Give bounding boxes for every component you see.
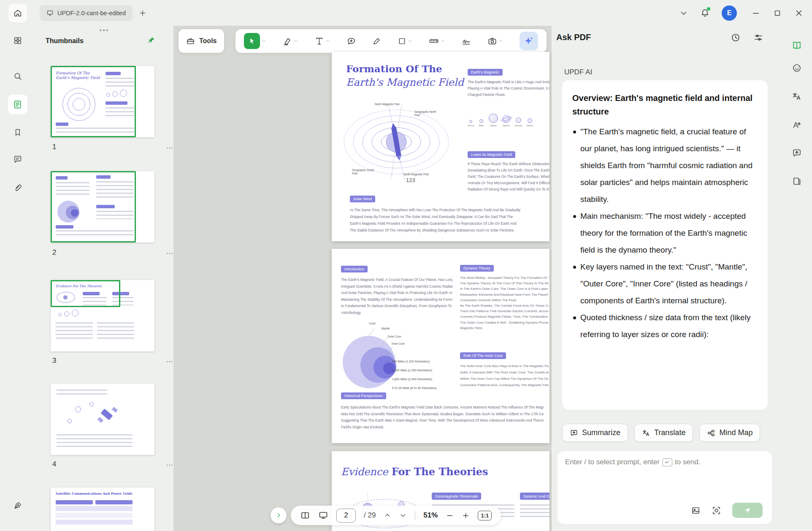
text-line: Devastating Blow To Life On Earth. Once … <box>468 167 549 174</box>
chevron-down-icon[interactable] <box>679 8 688 18</box>
thumbnail-page-5[interactable]: Satellite Communications And Power Grids <box>51 487 154 531</box>
thumbnail-menu-button[interactable]: … <box>166 142 173 150</box>
layer-measurements: 900 Miles (1,200 Kilometers) 1,400 Miles… <box>392 357 437 392</box>
section-badge: Introduction <box>341 266 368 272</box>
thumbnail-menu-button[interactable]: … <box>166 459 173 468</box>
chevron-down-icon[interactable] <box>399 512 407 519</box>
close-icon[interactable] <box>794 8 804 18</box>
capture-tool-button[interactable] <box>487 36 503 46</box>
tools-button[interactable]: Tools <box>179 29 224 53</box>
thumbnail-page-3[interactable]: Evidence For The Theories <box>51 280 154 351</box>
ai-sparkle-icon <box>523 35 534 46</box>
mind-map-button[interactable]: Mind Map <box>699 424 760 442</box>
page-count-label: / 29 <box>364 511 376 520</box>
avatar[interactable]: E <box>722 5 737 21</box>
insert-image-icon[interactable] <box>691 506 701 515</box>
thumbnail-page-1[interactable]: Formation Of TheEarth's Magnetic Field <box>51 66 154 137</box>
paragraph: The Most Widely - Accepted Theory For Th… <box>460 275 549 331</box>
sidebar-item-comments[interactable] <box>13 155 22 164</box>
sidebar-item-sign[interactable] <box>13 501 22 510</box>
chat-history-button[interactable] <box>731 33 741 43</box>
thumbnail-menu-button[interactable]: … <box>166 356 173 364</box>
home-button[interactable] <box>8 4 27 22</box>
panel-drag-handle[interactable]: ••• <box>100 27 109 34</box>
minimize-icon[interactable] <box>751 8 761 18</box>
section-badge: Dynamo Theory <box>460 265 494 272</box>
paragraph: Early Speculations About The Earth's Mag… <box>341 404 544 430</box>
pdf-page-1[interactable]: Formation Of The Earth's Magnetic Field <box>332 52 549 241</box>
ai-writing-button[interactable] <box>792 120 802 130</box>
send-button[interactable] <box>732 503 763 518</box>
ai-assistant-button[interactable] <box>520 32 538 50</box>
ai-chat-button[interactable] <box>792 148 802 158</box>
zoom-out-icon[interactable] <box>446 512 454 520</box>
thumbnail-page-number: 3 <box>52 357 56 365</box>
magnetic-field-diagram: North Magnetic Pole Geographic North Pol… <box>339 102 453 182</box>
home-icon <box>13 8 22 18</box>
text-line: The Solid Inner Core Also Plays A Role I… <box>460 363 549 369</box>
sidebar-item-attachments[interactable] <box>13 183 22 192</box>
text-icon <box>314 36 324 46</box>
pin-panel-button[interactable] <box>147 36 155 44</box>
notifications-button[interactable] <box>700 8 710 18</box>
document-tab[interactable]: UPDF-2.0-cant-be-edited <box>40 5 133 21</box>
measure-tool-button[interactable] <box>429 36 445 46</box>
presentation-icon[interactable] <box>318 510 328 520</box>
reader-panel-button[interactable] <box>791 40 802 51</box>
page-number-input[interactable]: 2 <box>336 509 356 523</box>
apps-grid-icon[interactable] <box>13 36 22 45</box>
page-thumbnails-icon <box>13 100 22 109</box>
expand-bar-button[interactable] <box>271 507 287 523</box>
actual-size-button[interactable]: 1:1 <box>478 511 492 520</box>
feedback-button[interactable] <box>792 63 802 73</box>
section-badge: Role Of The Inner Core <box>460 352 506 359</box>
library-button[interactable] <box>792 176 802 186</box>
plus-icon <box>138 9 147 17</box>
summarize-button[interactable]: Summarize <box>562 424 628 442</box>
ruler-icon <box>429 36 439 46</box>
ai-settings-button[interactable] <box>753 33 763 43</box>
maximize-icon[interactable] <box>773 9 782 17</box>
bookmark-icon <box>13 128 22 137</box>
layer-label: Outer Core <box>387 335 401 338</box>
pdf-canvas-area[interactable]: Tools <box>173 26 552 531</box>
thumbnail-page-4[interactable] <box>51 384 154 455</box>
thumbnail-page-2[interactable] <box>51 171 154 242</box>
zoom-in-icon[interactable] <box>462 512 470 520</box>
chevron-up-icon[interactable] <box>384 512 391 519</box>
pdf-page-2[interactable]: Introduction The Earth's Magnetic Field,… <box>332 249 549 443</box>
ask-pdf-title: Ask PDF <box>556 33 591 42</box>
page-number-value: 2 <box>344 511 348 520</box>
new-tab-button[interactable] <box>138 9 147 17</box>
highlight-tool-button[interactable] <box>282 36 298 46</box>
ai-response-bullets: "The Earth's magnetic field, a crucial f… <box>572 123 758 343</box>
text-line: Earth's Magnetic Field Provides An Indis… <box>350 220 549 227</box>
translate-panel-button[interactable] <box>792 91 802 101</box>
text-line: Maintaining The Stability Of The Atmosph… <box>341 297 452 303</box>
comment-bubble-icon <box>346 36 356 46</box>
two-page-view-icon[interactable] <box>300 510 310 520</box>
screenshot-icon[interactable] <box>712 506 721 515</box>
diagram-label: South Magnetic Pole <box>403 173 429 176</box>
chevron-right-icon <box>275 512 282 519</box>
diagram-label: North Magnetic Pole <box>375 103 400 106</box>
prompt-input[interactable]: Enter / to select prompt, enter ↵ to sen… <box>558 451 772 524</box>
text-line: The Dynamo Theory. At The Core Of This T… <box>460 280 549 286</box>
translate-button[interactable]: Translate <box>634 424 693 442</box>
signature-tool-button[interactable] <box>461 36 471 46</box>
pen-tool-button[interactable] <box>372 36 382 46</box>
chevron-down-icon <box>498 38 503 44</box>
comment-tool-button[interactable] <box>346 36 356 46</box>
text-tool-button[interactable] <box>314 36 330 46</box>
shape-tool-button[interactable] <box>398 37 413 46</box>
camera-icon <box>487 36 497 46</box>
sidebar-item-bookmarks[interactable] <box>13 128 22 137</box>
layer-label: Crust <box>369 322 376 325</box>
thumbnail-menu-button[interactable]: … <box>166 248 173 256</box>
search-icon[interactable] <box>13 71 22 81</box>
section-badge: Loses Its Magnetic Field <box>468 151 515 158</box>
sidebar-item-thumbnails[interactable] <box>8 95 27 114</box>
select-tool-button[interactable] <box>244 33 266 49</box>
layer-label: Inner Core <box>392 342 405 346</box>
paragraph: The Earth's Magnetic Field, A Crucial Fe… <box>341 277 452 316</box>
